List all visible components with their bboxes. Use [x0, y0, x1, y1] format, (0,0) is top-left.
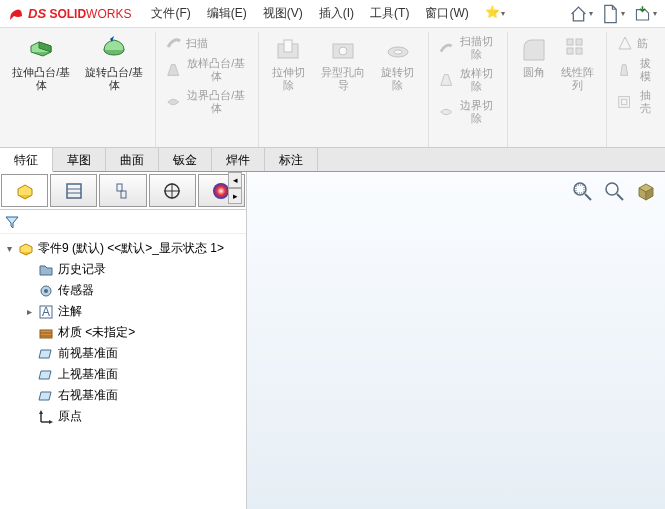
save-button[interactable]: ▾ — [633, 2, 657, 26]
tree-material[interactable]: 材质 <未指定> — [0, 322, 246, 343]
tree-top-plane[interactable]: 上视基准面 — [0, 364, 246, 385]
part-icon — [18, 241, 34, 257]
extrude-boss-button[interactable]: 拉伸凸台/基体 — [6, 32, 77, 96]
tree-right-label: 右视基准面 — [58, 387, 118, 404]
zoom-area-button[interactable] — [601, 178, 627, 204]
menu-more[interactable]: ⭐▾ — [485, 5, 505, 22]
material-icon — [38, 325, 54, 341]
zoom-fit-button[interactable] — [569, 178, 595, 204]
plane-icon — [38, 367, 54, 383]
document-icon — [601, 3, 620, 25]
svg-rect-35 — [576, 185, 584, 193]
shell-label: 抽壳 — [635, 89, 655, 115]
origin-icon — [38, 409, 54, 425]
sweep-label: 扫描 — [186, 37, 208, 50]
tab-feature[interactable]: 特征 — [0, 148, 53, 172]
sweep-cut-icon — [439, 40, 453, 56]
folder-icon — [38, 262, 54, 278]
app-logo: DS SOLIDWORKS — [8, 6, 131, 22]
fillet-icon — [520, 36, 548, 64]
sidebar-filter-bar — [0, 210, 246, 234]
draft-label: 拔模 — [635, 57, 655, 83]
sensor-icon — [38, 283, 54, 299]
menu-window[interactable]: 窗口(W) — [425, 5, 468, 22]
solidworks-logo-icon — [8, 6, 24, 22]
revolve-boss-button[interactable]: 旋转凸台/基体 — [79, 32, 150, 96]
svg-point-21 — [213, 183, 229, 199]
hole-icon — [329, 36, 357, 64]
new-button[interactable]: ▾ — [601, 2, 625, 26]
sweep-cut-button: 扫描切除 — [435, 32, 501, 64]
svg-line-37 — [617, 194, 623, 200]
home-button[interactable]: ▾ — [569, 2, 593, 26]
tab-sketch[interactable]: 草图 — [53, 148, 106, 171]
tree-material-label: 材质 <未指定> — [58, 324, 135, 341]
menu-edit[interactable]: 编辑(E) — [207, 5, 247, 22]
menu-bar: DS SOLIDWORKS 文件(F) 编辑(E) 视图(V) 插入(I) 工具… — [0, 0, 665, 28]
tree-front-label: 前视基准面 — [58, 345, 118, 362]
svg-rect-8 — [576, 39, 582, 45]
svg-rect-10 — [576, 48, 582, 54]
tree-top-label: 上视基准面 — [58, 366, 118, 383]
hole-label: 异型孔向导 — [318, 66, 368, 92]
pattern-button: 线性阵列 — [556, 32, 600, 96]
tab-surface[interactable]: 曲面 — [106, 148, 159, 171]
menu-items: 文件(F) 编辑(E) 视图(V) 插入(I) 工具(T) 窗口(W) ⭐▾ — [151, 5, 504, 22]
view-orientation-button[interactable] — [633, 178, 659, 204]
feature-manager-panel: ◂ ▸ ▾ 零件9 (默认) <<默认>_显示状态 1> 历史记录 传感器 ▸A… — [0, 172, 247, 509]
menu-file[interactable]: 文件(F) — [151, 5, 190, 22]
rib-icon — [617, 35, 633, 51]
sidebar-tab-feature-tree[interactable] — [1, 174, 48, 207]
tab-annotate[interactable]: 标注 — [265, 148, 318, 171]
tree-sensors[interactable]: 传感器 — [0, 280, 246, 301]
draft-button: 拔模 — [613, 54, 659, 86]
tree-annotations[interactable]: ▸A注解 — [0, 301, 246, 322]
annotation-icon: A — [38, 304, 54, 320]
sidebar-nav-left[interactable]: ◂ — [228, 172, 242, 188]
pattern-label: 线性阵列 — [560, 66, 596, 92]
expander-icon[interactable]: ▾ — [4, 243, 14, 254]
revolve-icon — [100, 36, 128, 64]
home-icon — [569, 3, 588, 25]
ribbon-group-sweep: 扫描 放样凸台/基体 边界凸台/基体 — [156, 32, 258, 147]
sweep-cut-label: 扫描切除 — [457, 35, 497, 61]
sidebar-tab-property[interactable] — [50, 174, 97, 207]
extrude-cut-button: 拉伸切除 — [265, 32, 313, 96]
ribbon-group-rib: 筋 拔模 抽壳 — [607, 32, 665, 147]
tree-front-plane[interactable]: 前视基准面 — [0, 343, 246, 364]
svg-point-23 — [44, 289, 48, 293]
tree-origin[interactable]: 原点 — [0, 406, 246, 427]
sweep-icon — [166, 35, 182, 51]
sidebar-tabs: ◂ ▸ — [0, 172, 246, 210]
menu-view[interactable]: 视图(V) — [263, 5, 303, 22]
loft-cut-icon — [439, 72, 453, 88]
menu-insert[interactable]: 插入(I) — [319, 5, 354, 22]
boundary-icon — [166, 94, 181, 110]
expander-icon[interactable]: ▸ — [24, 306, 34, 317]
svg-rect-17 — [121, 191, 126, 198]
svg-rect-11 — [619, 97, 630, 108]
tab-sheetmetal[interactable]: 钣金 — [159, 148, 212, 171]
filter-icon[interactable] — [4, 214, 20, 230]
feature-tabs: 特征 草图 曲面 钣金 焊件 标注 — [0, 148, 665, 172]
tree-right-plane[interactable]: 右视基准面 — [0, 385, 246, 406]
svg-point-4 — [339, 47, 347, 55]
sidebar-nav-right[interactable]: ▸ — [228, 188, 242, 204]
svg-marker-32 — [49, 420, 53, 424]
svg-rect-12 — [622, 99, 627, 104]
svg-line-34 — [585, 194, 591, 200]
sidebar-tab-dimxpert[interactable] — [149, 174, 196, 207]
boundary-cut-icon — [439, 104, 453, 120]
revolve-label: 旋转凸台/基体 — [83, 66, 146, 92]
tab-weld[interactable]: 焊件 — [212, 148, 265, 171]
plane-icon — [38, 388, 54, 404]
feature-tree: ▾ 零件9 (默认) <<默认>_显示状态 1> 历史记录 传感器 ▸A注解 材… — [0, 234, 246, 509]
fillet-button: 圆角 — [514, 32, 554, 96]
tree-history[interactable]: 历史记录 — [0, 259, 246, 280]
tree-root[interactable]: ▾ 零件9 (默认) <<默认>_显示状态 1> — [0, 238, 246, 259]
tree-root-label: 零件9 (默认) <<默认>_显示状态 1> — [38, 240, 224, 257]
menu-tools[interactable]: 工具(T) — [370, 5, 409, 22]
svg-rect-13 — [67, 184, 81, 198]
graphics-viewport[interactable] — [247, 172, 665, 509]
sidebar-tab-config[interactable] — [99, 174, 146, 207]
